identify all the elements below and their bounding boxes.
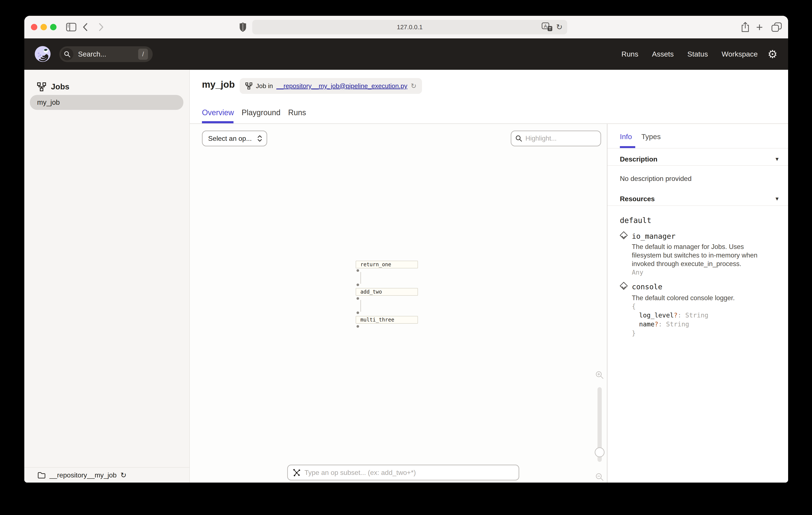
job-graph-icon bbox=[37, 82, 46, 91]
global-search[interactable]: Search... / bbox=[59, 46, 153, 62]
tab-playground[interactable]: Playground bbox=[241, 108, 281, 117]
sidebar-header: Jobs bbox=[37, 82, 69, 91]
app-header: Search... / Runs Assets Status Workspace… bbox=[24, 38, 788, 70]
resources-title: Resources bbox=[620, 195, 655, 203]
address-bar[interactable]: 127.0.0.1 A ↻ bbox=[252, 20, 567, 34]
top-nav: Runs Assets Status Workspace bbox=[621, 50, 758, 58]
overview-body: Select an op... return_one add_two bbox=[190, 124, 788, 483]
job-header: my_job Job in __repository__my_job@pipel… bbox=[190, 70, 788, 124]
tab-runs[interactable]: Runs bbox=[288, 108, 306, 117]
job-breadcrumb-pill: Job in __repository__my_job@pipeline_exe… bbox=[240, 78, 422, 94]
zoom-slider-handle[interactable] bbox=[595, 448, 605, 457]
job-info-panel: Info Types Description ▼ No description … bbox=[607, 124, 788, 483]
output-handle bbox=[356, 325, 359, 328]
panel-tab-types[interactable]: Types bbox=[641, 133, 661, 141]
input-handle bbox=[356, 311, 359, 314]
reload-icon[interactable]: ↻ bbox=[556, 23, 562, 31]
nav-status[interactable]: Status bbox=[688, 50, 708, 58]
settings-gear-icon[interactable]: ⚙ bbox=[767, 49, 778, 60]
desktop-background: { "browser": { "url": "127.0.0.1" }, "ap… bbox=[0, 0, 812, 515]
op-graph-filter-icon bbox=[293, 468, 301, 477]
search-icon bbox=[515, 135, 522, 142]
resource-group-name: default bbox=[620, 216, 651, 225]
config-entry: log_level?: String bbox=[632, 311, 708, 320]
browser-toolbar: 127.0.0.1 A ↻ + bbox=[24, 16, 788, 38]
divider bbox=[608, 206, 788, 206]
op-node-add-two[interactable]: add_two bbox=[356, 288, 418, 296]
search-shortcut-badge: / bbox=[138, 49, 148, 60]
op-node-multi-three[interactable]: multi_three bbox=[356, 316, 418, 324]
op-subset-input[interactable] bbox=[304, 469, 507, 477]
svg-text:A: A bbox=[544, 24, 547, 29]
share-icon[interactable] bbox=[741, 16, 750, 38]
job-tabs: Overview Playground Runs bbox=[202, 108, 306, 117]
back-button[interactable] bbox=[82, 16, 88, 38]
minimize-window-button[interactable] bbox=[40, 24, 47, 30]
zoom-in-icon[interactable] bbox=[595, 370, 604, 380]
logger-config-schema: { log_level?: String name?: String } bbox=[632, 302, 708, 338]
highlight-input[interactable] bbox=[525, 135, 589, 142]
highlight-search[interactable] bbox=[511, 131, 601, 146]
folder-icon bbox=[37, 471, 46, 479]
resource-name-io-manager: io_manager bbox=[632, 232, 675, 240]
repository-reload-icon[interactable]: ↻ bbox=[120, 471, 127, 479]
forward-button[interactable] bbox=[98, 16, 104, 38]
tab-overview-icon[interactable] bbox=[772, 16, 782, 38]
job-graph-icon bbox=[245, 82, 253, 90]
main-column: my_job Job in __repository__my_job@pipel… bbox=[190, 70, 788, 483]
output-handle bbox=[356, 269, 359, 272]
window-controls bbox=[31, 16, 60, 38]
jobs-sidebar: Jobs my_job __repository__my_job ↻ bbox=[24, 70, 190, 483]
resource-icon bbox=[619, 281, 628, 290]
new-tab-button[interactable]: + bbox=[756, 16, 763, 38]
nav-assets[interactable]: Assets bbox=[652, 50, 674, 58]
page-content: Jobs my_job __repository__my_job ↻ my_jo… bbox=[24, 70, 788, 483]
repository-row[interactable]: __repository__my_job ↻ bbox=[24, 467, 190, 483]
op-selector-label: Select an op... bbox=[208, 135, 252, 142]
breadcrumb-prefix: Job in bbox=[256, 82, 273, 90]
config-entry: name?: String bbox=[632, 320, 708, 329]
nav-runs[interactable]: Runs bbox=[621, 50, 638, 58]
sidebar-item-my-job[interactable]: my_job bbox=[30, 95, 183, 110]
op-graph-canvas[interactable]: Select an op... return_one add_two bbox=[190, 124, 607, 483]
config-brace: } bbox=[632, 329, 708, 338]
search-placeholder: Search... bbox=[78, 50, 106, 58]
resources-section-header[interactable]: Resources ▼ bbox=[620, 193, 780, 205]
resource-type: Any bbox=[632, 269, 643, 276]
chevron-down-icon: ▼ bbox=[775, 156, 780, 162]
sidebar-toggle-icon[interactable] bbox=[66, 16, 76, 38]
dagster-logo[interactable] bbox=[34, 45, 52, 63]
description-section-header[interactable]: Description ▼ bbox=[620, 153, 780, 165]
panel-tabs: Info Types bbox=[620, 133, 661, 141]
input-handle bbox=[356, 283, 359, 286]
sidebar-title: Jobs bbox=[51, 82, 69, 91]
op-subset-filter[interactable] bbox=[287, 465, 519, 481]
search-icon bbox=[61, 48, 74, 60]
privacy-shield-icon[interactable] bbox=[239, 16, 246, 38]
divider bbox=[608, 165, 788, 166]
fullscreen-window-button[interactable] bbox=[50, 24, 57, 30]
zoom-out-icon[interactable] bbox=[595, 472, 604, 482]
config-brace: { bbox=[632, 302, 708, 311]
repository-label: __repository__my_job bbox=[50, 471, 117, 479]
panel-tab-info[interactable]: Info bbox=[620, 133, 632, 141]
chevron-down-icon: ▼ bbox=[775, 196, 780, 202]
job-reload-icon[interactable]: ↻ bbox=[411, 83, 416, 89]
resource-name-console: console bbox=[632, 282, 662, 291]
op-selector-dropdown[interactable]: Select an op... bbox=[202, 131, 267, 146]
chevron-up-down-icon bbox=[257, 135, 262, 142]
description-empty-text: No description provided bbox=[620, 175, 692, 183]
tab-overview[interactable]: Overview bbox=[202, 108, 234, 117]
repository-file-link[interactable]: __repository__my_job@pipeline_execution.… bbox=[277, 82, 407, 90]
translate-icon[interactable]: A bbox=[542, 22, 553, 32]
panel-active-tab-underline bbox=[620, 146, 635, 148]
nav-workspace[interactable]: Workspace bbox=[722, 50, 758, 58]
op-node-return-one[interactable]: return_one bbox=[356, 261, 418, 268]
edge-connector bbox=[360, 272, 361, 284]
active-tab-underline bbox=[202, 121, 233, 123]
browser-window: 127.0.0.1 A ↻ + bbox=[24, 16, 788, 483]
resource-description: The default colored console logger. bbox=[632, 294, 773, 302]
url-text: 127.0.0.1 bbox=[397, 24, 423, 31]
close-window-button[interactable] bbox=[31, 24, 37, 30]
description-title: Description bbox=[620, 155, 658, 163]
